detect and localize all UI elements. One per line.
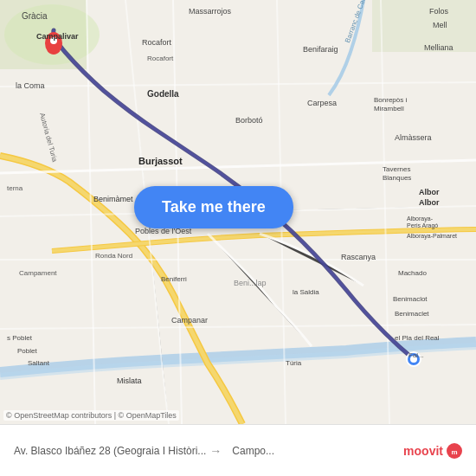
svg-text:Folos: Folos bbox=[429, 7, 449, 16]
svg-text:Rocafort: Rocafort bbox=[147, 55, 174, 62]
svg-text:Albor: Albor bbox=[419, 198, 440, 207]
destination-label: Campo... bbox=[232, 445, 274, 457]
svg-text:Ronda Nord: Ronda Nord bbox=[95, 252, 132, 260]
svg-text:Benimaclet: Benimaclet bbox=[395, 310, 429, 318]
svg-text:Mirambell: Mirambell bbox=[374, 105, 404, 113]
svg-text:Autoria del Turia: Autoria del Turia bbox=[38, 112, 59, 163]
svg-text:Benifaraig: Benifaraig bbox=[303, 45, 338, 54]
svg-text:Beni...lap: Beni...lap bbox=[234, 279, 267, 287]
take-me-there-button[interactable]: Take me there bbox=[134, 186, 293, 228]
svg-text:Gràcia: Gràcia bbox=[22, 11, 48, 21]
svg-text:Albor: Albor bbox=[419, 188, 440, 196]
svg-text:Poblet: Poblet bbox=[17, 347, 37, 355]
svg-text:Godella: Godella bbox=[147, 89, 179, 99]
svg-text:Peris Aragó: Peris Aragó bbox=[407, 222, 438, 229]
bottom-bar-left: Av. Blasco Ibáñez 28 (Geograia I Històri… bbox=[14, 444, 403, 458]
svg-text:Benimàmet: Benimàmet bbox=[93, 195, 133, 203]
map-container: Gràcia Campalivar Massarrojos Folos Roca… bbox=[0, 0, 476, 424]
svg-text:Saltant: Saltant bbox=[28, 359, 50, 367]
svg-text:Rascanya: Rascanya bbox=[341, 253, 376, 261]
svg-text:la Coma: la Coma bbox=[16, 81, 45, 90]
svg-text:terna: terna bbox=[7, 184, 23, 192]
svg-text:la Saldia: la Saldia bbox=[293, 288, 319, 296]
svg-text:Bonrepòs i: Bonrepòs i bbox=[374, 96, 407, 104]
svg-text:Benimaclot: Benimaclot bbox=[393, 295, 428, 303]
svg-text:Machado: Machado bbox=[398, 269, 427, 277]
svg-text:Almàssera: Almàssera bbox=[395, 133, 432, 142]
svg-text:Túria: Túria bbox=[286, 359, 302, 367]
svg-line-7 bbox=[381, 0, 389, 424]
svg-line-10 bbox=[0, 325, 476, 329]
svg-text:s Poblet: s Poblet bbox=[7, 334, 33, 342]
bottom-bar: Av. Blasco Ibáñez 28 (Geograia I Històri… bbox=[0, 424, 476, 476]
moovit-logo: moovit m bbox=[403, 443, 462, 459]
svg-text:Campament: Campament bbox=[19, 269, 57, 277]
svg-text:Campanar: Campanar bbox=[171, 316, 208, 325]
svg-text:Rocafort: Rocafort bbox=[142, 38, 172, 47]
moovit-text: moovit bbox=[403, 444, 443, 458]
svg-text:Melliana: Melliana bbox=[424, 43, 453, 52]
svg-text:Mislata: Mislata bbox=[117, 376, 142, 385]
svg-text:Fal...: Fal... bbox=[408, 351, 424, 359]
origin-label: Av. Blasco Ibáñez 28 (Geograia I Històri… bbox=[14, 445, 206, 457]
arrow-icon: → bbox=[209, 444, 222, 458]
svg-text:Burjassot: Burjassot bbox=[138, 156, 183, 166]
svg-text:Tavernes: Tavernes bbox=[383, 165, 410, 173]
svg-text:Alboraya-Palmaret: Alboraya-Palmaret bbox=[407, 233, 457, 240]
svg-text:Blanques: Blanques bbox=[383, 174, 411, 182]
map-copyright: © OpenStreetMap contributors | © OpenMap… bbox=[3, 410, 179, 421]
svg-text:Campalivar: Campalivar bbox=[36, 32, 79, 41]
svg-line-8 bbox=[0, 82, 476, 87]
svg-text:Barranc de Carraixet: Barranc de Carraixet bbox=[344, 0, 373, 44]
svg-text:Carpesa: Carpesa bbox=[307, 99, 337, 107]
moovit-dot: m bbox=[447, 443, 462, 459]
svg-text:el Pla del Real: el Pla del Real bbox=[395, 334, 440, 342]
svg-text:Beniferri: Beniferri bbox=[161, 275, 187, 283]
svg-text:Alboraya-: Alboraya- bbox=[407, 215, 434, 222]
svg-text:Mell: Mell bbox=[433, 21, 447, 29]
svg-text:m: m bbox=[451, 448, 457, 456]
svg-text:Massarrojos: Massarrojos bbox=[189, 7, 232, 16]
svg-text:Borbotó: Borbotó bbox=[235, 116, 263, 125]
